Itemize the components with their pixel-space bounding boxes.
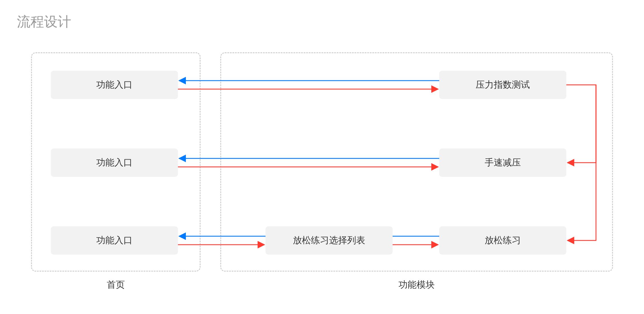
node-entry-1: 功能入口 bbox=[51, 71, 178, 99]
node-relax-list: 放松练习选择列表 bbox=[266, 226, 393, 255]
node-entry-2: 功能入口 bbox=[51, 149, 178, 177]
node-relax-practice-label: 放松练习 bbox=[485, 234, 521, 247]
node-entry-2-label: 功能入口 bbox=[96, 156, 132, 169]
node-hand-speed: 手速减压 bbox=[439, 149, 566, 177]
page-title: 流程设计 bbox=[17, 13, 71, 31]
node-hand-speed-label: 手速减压 bbox=[485, 156, 521, 169]
node-stress-test: 压力指数测试 bbox=[439, 71, 566, 99]
diagram-canvas: 流程设计 首页 功能模块 功能入口 功能入口 bbox=[0, 0, 644, 314]
group-home-label: 首页 bbox=[31, 279, 201, 291]
node-relax-list-label: 放松练习选择列表 bbox=[293, 234, 365, 247]
node-stress-test-label: 压力指数测试 bbox=[476, 79, 530, 91]
node-entry-3-label: 功能入口 bbox=[96, 234, 132, 247]
node-relax-practice: 放松练习 bbox=[439, 226, 566, 255]
node-entry-3: 功能入口 bbox=[51, 226, 178, 255]
group-modules-label: 功能模块 bbox=[220, 279, 613, 291]
node-entry-1-label: 功能入口 bbox=[96, 79, 132, 91]
